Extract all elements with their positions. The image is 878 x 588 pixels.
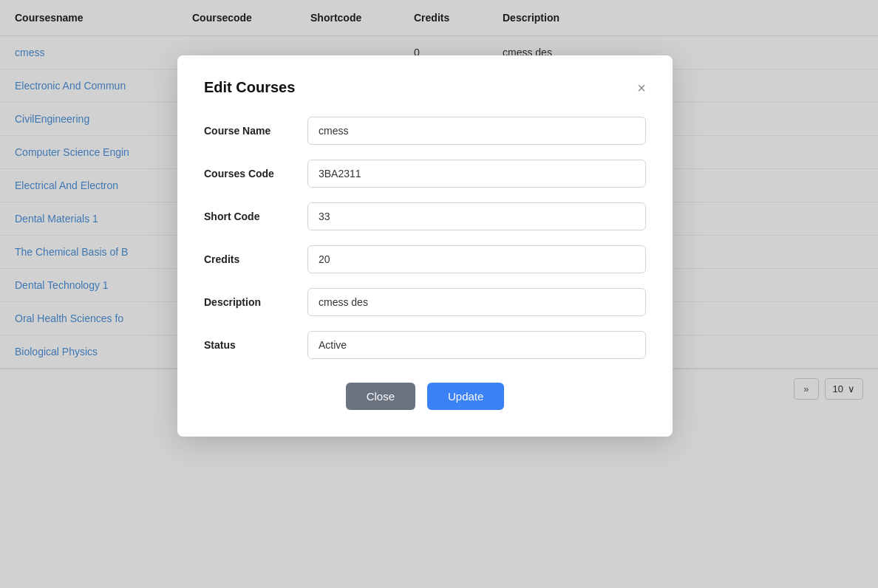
update-button[interactable]: Update	[427, 383, 504, 410]
description-input[interactable]	[307, 288, 646, 316]
description-row: Description	[204, 288, 646, 316]
short-code-row: Short Code	[204, 202, 646, 230]
modal-close-button[interactable]: ×	[637, 81, 646, 95]
credits-label: Credits	[204, 253, 307, 265]
short-code-input[interactable]	[307, 202, 646, 230]
courses-code-input[interactable]	[307, 160, 646, 188]
credits-input[interactable]	[307, 245, 646, 273]
credits-row: Credits	[204, 245, 646, 273]
course-name-label: Course Name	[204, 125, 307, 137]
modal-header: Edit Courses ×	[204, 79, 646, 96]
courses-code-label: Courses Code	[204, 168, 307, 180]
course-name-row: Course Name	[204, 117, 646, 145]
status-input[interactable]	[307, 331, 646, 359]
courses-code-row: Courses Code	[204, 160, 646, 188]
modal-title: Edit Courses	[204, 79, 295, 96]
course-name-input[interactable]	[307, 117, 646, 145]
status-row: Status	[204, 331, 646, 359]
edit-courses-modal: Edit Courses × Course Name Courses Code …	[177, 55, 673, 437]
page-wrapper: Coursesname Coursecode Shortcode Credits…	[0, 0, 878, 588]
status-label: Status	[204, 339, 307, 351]
modal-footer: Close Update	[204, 383, 646, 410]
close-button[interactable]: Close	[346, 383, 415, 410]
description-label: Description	[204, 296, 307, 308]
short-code-label: Short Code	[204, 211, 307, 222]
